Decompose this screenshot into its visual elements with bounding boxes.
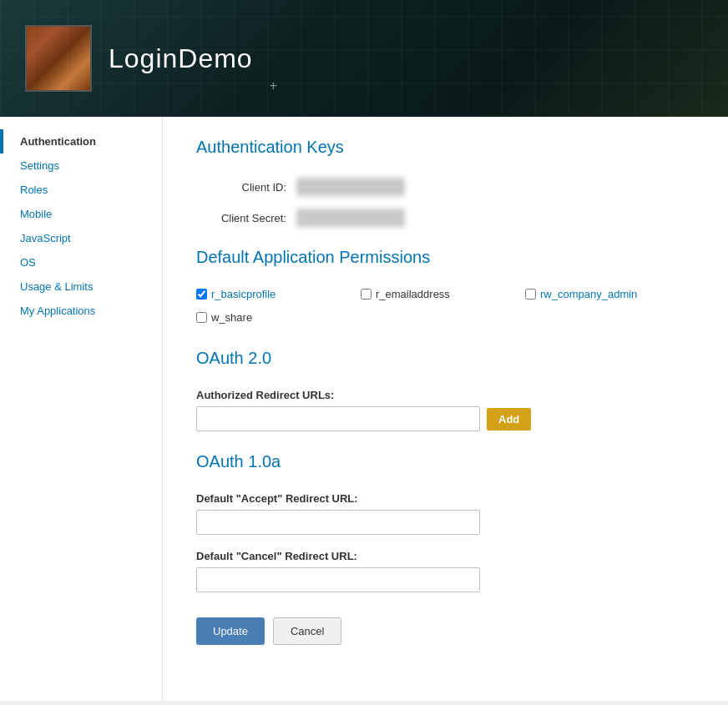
cancel-button[interactable]: Cancel [273, 617, 341, 645]
main-content: Authentication Keys Client ID: Client Se… [163, 117, 728, 701]
sidebar-item-mobile[interactable]: Mobile [0, 202, 162, 226]
app-logo [25, 25, 92, 92]
accept-redirect-label: Default "Accept" Redirect URL: [196, 492, 695, 505]
perm-checkbox-r-emailaddress[interactable] [361, 289, 372, 300]
app-title: LoginDemo [109, 43, 253, 74]
sidebar-item-roles[interactable]: Roles [0, 178, 162, 202]
client-id-label: Client ID: [196, 181, 296, 194]
perm-item-w-share: w_share [196, 311, 361, 324]
perm-label-r-emailaddress: r_emailaddress [376, 288, 450, 300]
client-secret-label: Client Secret: [196, 212, 296, 224]
sidebar-item-authentication[interactable]: Authentication [0, 129, 162, 154]
sidebar-item-usage-limits[interactable]: Usage & Limits [0, 274, 162, 299]
perm-item-rw-company-admin: rw_company_admin [525, 288, 690, 300]
action-buttons: Update Cancel [196, 617, 695, 645]
perm-checkbox-rw-company-admin[interactable] [525, 289, 536, 300]
sidebar-item-my-applications[interactable]: My Applications [0, 299, 162, 323]
perm-item-r-basicprofile: r_basicprofile [196, 288, 361, 300]
oauth2-title: OAuth 2.0 [196, 349, 695, 372]
oauth1-section: OAuth 1.0a Default "Accept" Redirect URL… [196, 452, 695, 592]
authorized-redirect-group: Authorized Redirect URLs: Add [196, 389, 695, 431]
sidebar: Authentication Settings Roles Mobile Jav… [0, 117, 163, 701]
perm-label-r-basicprofile[interactable]: r_basicprofile [211, 288, 276, 300]
perm-label-rw-company-admin[interactable]: rw_company_admin [540, 288, 637, 300]
cancel-redirect-label: Default "Cancel" Redirect URL: [196, 550, 695, 562]
app-header: LoginDemo + [0, 0, 728, 117]
authorized-redirect-label: Authorized Redirect URLs: [196, 389, 695, 401]
cancel-redirect-group: Default "Cancel" Redirect URL: [196, 550, 695, 592]
perm-item-r-emailaddress: r_emailaddress [361, 288, 525, 300]
oauth1-title: OAuth 1.0a [196, 452, 695, 476]
perm-checkbox-w-share[interactable] [196, 312, 207, 323]
add-button[interactable]: Add [487, 408, 531, 431]
sidebar-item-os[interactable]: OS [0, 250, 162, 274]
authorized-redirect-row: Add [196, 406, 695, 431]
sidebar-item-javascript[interactable]: JavaScript [0, 226, 162, 250]
client-secret-value [296, 209, 405, 227]
cancel-redirect-input[interactable] [196, 567, 480, 592]
permissions-grid: r_basicprofile r_emailaddress rw_company… [196, 288, 695, 328]
client-id-row: Client ID: [196, 178, 695, 196]
plus-icon[interactable]: + [270, 78, 277, 100]
update-button[interactable]: Update [196, 617, 265, 645]
authorized-redirect-input[interactable] [196, 406, 480, 431]
accept-redirect-group: Default "Accept" Redirect URL: [196, 492, 695, 535]
auth-keys-title: Authentication Keys [196, 138, 695, 161]
perm-checkbox-r-basicprofile[interactable] [196, 289, 207, 300]
client-id-value [296, 178, 405, 196]
client-secret-row: Client Secret: [196, 209, 695, 227]
perm-label-w-share: w_share [211, 311, 252, 324]
oauth2-section: OAuth 2.0 Authorized Redirect URLs: Add [196, 349, 695, 431]
accept-redirect-input[interactable] [196, 510, 480, 535]
main-layout: Authentication Settings Roles Mobile Jav… [0, 117, 728, 701]
permissions-title: Default Application Permissions [196, 248, 695, 271]
sidebar-item-settings[interactable]: Settings [0, 154, 162, 178]
